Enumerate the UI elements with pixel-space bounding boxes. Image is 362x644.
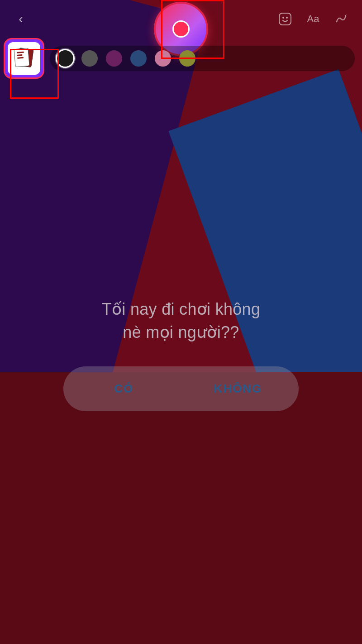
sticker-inner <box>8 42 40 75</box>
color-dot-black[interactable] <box>57 50 73 67</box>
main-area: Tối nay đi chơi khôngnè mọi người?? CÓ K… <box>0 65 362 644</box>
back-arrow-icon: ‹ <box>19 13 23 25</box>
card-line-1 <box>17 52 24 53</box>
svg-point-2 <box>286 17 288 19</box>
color-bar <box>50 46 355 71</box>
color-dot-olive[interactable] <box>179 50 195 67</box>
card-lines <box>17 51 26 60</box>
color-dot-light-pink[interactable] <box>155 50 171 67</box>
color-dot-dark-blue[interactable] <box>130 50 147 67</box>
question-text: Tối nay đi chơi khôngnè mọi người?? <box>102 298 260 344</box>
sticker-face-icon <box>279 13 291 25</box>
font-icon: Aa <box>307 13 319 25</box>
svg-point-1 <box>282 17 284 19</box>
back-button[interactable]: ‹ <box>11 9 31 29</box>
svg-rect-0 <box>279 13 291 25</box>
poll-yes-button[interactable]: CÓ <box>67 370 181 408</box>
poll-no-button[interactable]: KHÔNG <box>181 370 295 408</box>
font-button[interactable]: Aa <box>303 9 323 29</box>
card-line-3 <box>17 57 24 59</box>
color-dot-dark-gray[interactable] <box>81 50 98 67</box>
sticker-icon-button[interactable] <box>275 9 295 29</box>
top-right-icons: Aa <box>275 9 351 29</box>
draw-icon <box>335 13 348 25</box>
card-front <box>14 48 29 67</box>
color-dot-dark-purple[interactable] <box>106 50 122 67</box>
palette-row <box>0 34 362 83</box>
card-line-2 <box>17 54 22 56</box>
poll-container: CÓ KHÔNG <box>63 366 299 411</box>
top-bar: ‹ Aa <box>0 0 362 34</box>
sticker-thumbnail[interactable] <box>4 38 44 79</box>
card-icon <box>14 50 34 67</box>
draw-button[interactable] <box>331 9 351 29</box>
